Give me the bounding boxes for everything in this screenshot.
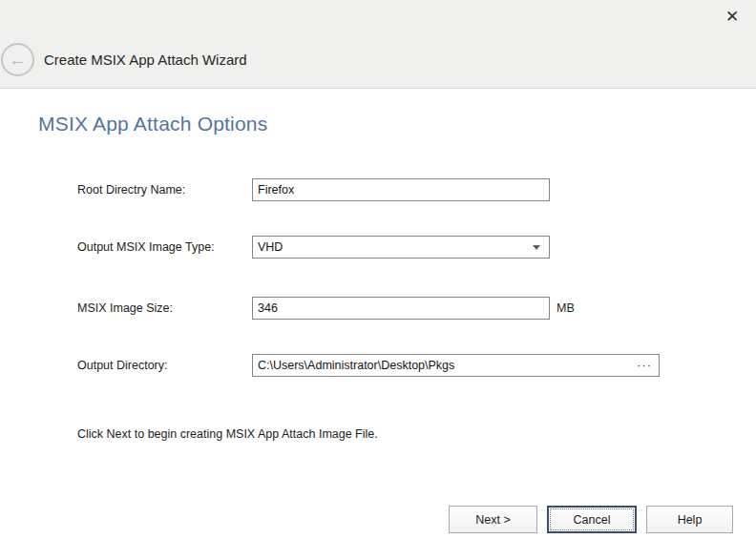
- chevron-down-icon[interactable]: [533, 245, 540, 250]
- image-size-field: [252, 297, 550, 320]
- root-directory-input[interactable]: [253, 180, 549, 199]
- output-directory-input[interactable]: [253, 356, 637, 375]
- output-directory-label: Output Directory:: [77, 354, 167, 377]
- back-button[interactable]: ←: [1, 43, 34, 76]
- root-directory-field: [252, 178, 550, 201]
- root-directory-label: Root Directry Name:: [77, 178, 185, 201]
- output-directory-field: ···: [252, 354, 660, 377]
- cancel-button[interactable]: Cancel: [547, 506, 637, 533]
- image-type-value[interactable]: [253, 238, 533, 257]
- browse-icon[interactable]: ···: [637, 361, 652, 370]
- wizard-window: { "header": { "title": "Create MSIX App …: [0, 0, 756, 539]
- next-button[interactable]: Next >: [449, 506, 537, 533]
- image-size-input[interactable]: [253, 299, 549, 318]
- image-size-label: MSIX Image Size:: [77, 297, 173, 320]
- close-icon: ✕: [725, 7, 739, 27]
- image-type-dropdown[interactable]: [252, 236, 550, 259]
- back-arrow-icon: ←: [9, 51, 27, 69]
- image-size-unit: MB: [556, 297, 575, 320]
- help-button[interactable]: Help: [646, 506, 733, 533]
- wizard-title: Create MSIX App Attach Wizard: [44, 52, 247, 68]
- image-type-label: Output MSIX Image Type:: [77, 236, 215, 259]
- close-button[interactable]: ✕: [721, 5, 744, 28]
- page-heading: MSIX App Attach Options: [38, 113, 267, 135]
- wizard-header: ✕ ← Create MSIX App Attach Wizard: [0, 0, 756, 89]
- instruction-text: Click Next to begin creating MSIX App At…: [77, 427, 378, 441]
